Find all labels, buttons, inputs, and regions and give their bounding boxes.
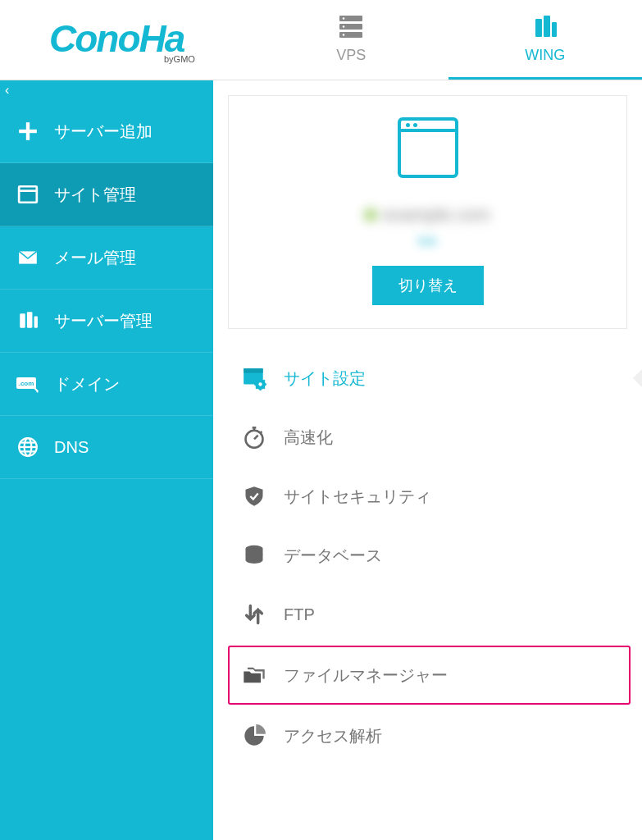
window-gear-icon — [241, 365, 267, 391]
sidebar-item-label: サーバー追加 — [54, 121, 153, 143]
submenu-item-ftp[interactable]: FTP — [213, 585, 642, 644]
submenu-item-label: ファイルマネージャー — [284, 664, 448, 687]
window-icon — [16, 183, 39, 206]
submenu-item-site-settings[interactable]: サイト設定 — [213, 349, 642, 408]
submenu-item-file-manager[interactable]: ファイルマネージャー — [228, 646, 631, 705]
sidebar-item-label: サイト管理 — [54, 184, 136, 206]
pie-chart-icon — [241, 723, 267, 749]
submenu-item-label: データベース — [284, 545, 382, 567]
sidebar: ‹ サーバー追加 サイト管理 メール管理 サーバー管理 .com ドメイン DN… — [0, 80, 213, 840]
submenu-item-speed[interactable]: 高速化 — [213, 408, 642, 467]
sidebar-item-label: DNS — [54, 438, 89, 457]
submenu-item-label: FTP — [284, 605, 315, 624]
app-window-icon — [398, 117, 458, 178]
sidebar-item-domain[interactable]: .com ドメイン — [0, 353, 213, 416]
mail-icon — [16, 246, 39, 269]
logo-subtitle: byGMO — [164, 54, 195, 64]
svg-rect-14 — [27, 312, 32, 328]
content-area: example.com link 切り替え サイト設定 高速化 サイトセキュリテ… — [213, 80, 642, 840]
sidebar-collapse[interactable]: ‹ — [0, 80, 213, 100]
svg-line-31 — [260, 431, 262, 433]
globe-icon — [16, 436, 39, 459]
svg-rect-11 — [19, 186, 37, 203]
svg-rect-24 — [244, 368, 263, 372]
sidebar-item-label: サーバー管理 — [54, 310, 153, 332]
site-link: link — [418, 234, 437, 248]
database-icon — [241, 542, 267, 568]
sidebar-item-server-manage[interactable]: サーバー管理 — [0, 290, 213, 353]
submenu: サイト設定 高速化 サイトセキュリティ データベース FTP ファイルマネージャ… — [213, 349, 642, 765]
submenu-item-label: サイト設定 — [284, 368, 366, 390]
servers-icon — [16, 309, 39, 332]
svg-point-26 — [258, 382, 262, 386]
submenu-item-database[interactable]: データベース — [213, 526, 642, 585]
server-stack-icon — [336, 14, 366, 43]
svg-rect-13 — [20, 313, 25, 327]
sidebar-item-mail-manage[interactable]: メール管理 — [0, 226, 213, 290]
tab-vps[interactable]: VPS — [254, 0, 448, 80]
svg-rect-8 — [552, 22, 557, 37]
submenu-item-label: サイトセキュリティ — [284, 486, 431, 508]
site-domain: example.com — [365, 204, 490, 226]
svg-point-3 — [343, 17, 345, 20]
svg-point-4 — [343, 25, 345, 28]
stopwatch-icon — [241, 424, 267, 450]
sidebar-item-label: メール管理 — [54, 247, 136, 269]
tab-label: VPS — [336, 47, 366, 64]
sidebar-item-label: ドメイン — [54, 373, 120, 395]
transfer-arrows-icon — [241, 601, 267, 628]
folders-icon — [241, 662, 267, 688]
svg-line-28 — [254, 436, 258, 440]
submenu-item-label: 高速化 — [284, 427, 333, 449]
tab-wing[interactable]: WING — [448, 0, 643, 80]
sidebar-item-dns[interactable]: DNS — [0, 416, 213, 479]
submenu-item-security[interactable]: サイトセキュリティ — [213, 467, 642, 526]
plus-icon — [16, 120, 39, 143]
tab-label: WING — [525, 47, 565, 64]
shield-icon — [241, 483, 267, 509]
svg-rect-15 — [34, 317, 38, 328]
sidebar-item-add-server[interactable]: サーバー追加 — [0, 100, 213, 163]
site-card: example.com link 切り替え — [228, 95, 627, 329]
switch-button[interactable]: 切り替え — [372, 266, 484, 305]
wing-servers-icon — [530, 14, 560, 43]
svg-text:.com: .com — [19, 380, 34, 387]
logo-area: ConoHa byGMO — [0, 16, 254, 64]
sidebar-item-site-manage[interactable]: サイト管理 — [0, 163, 213, 226]
svg-rect-6 — [535, 19, 542, 37]
submenu-item-access-log[interactable]: アクセス解析 — [213, 706, 642, 765]
svg-rect-7 — [544, 16, 550, 37]
domain-tag-icon: .com — [16, 372, 39, 395]
svg-rect-10 — [19, 130, 37, 133]
svg-point-5 — [343, 34, 345, 36]
submenu-item-label: アクセス解析 — [284, 725, 382, 747]
